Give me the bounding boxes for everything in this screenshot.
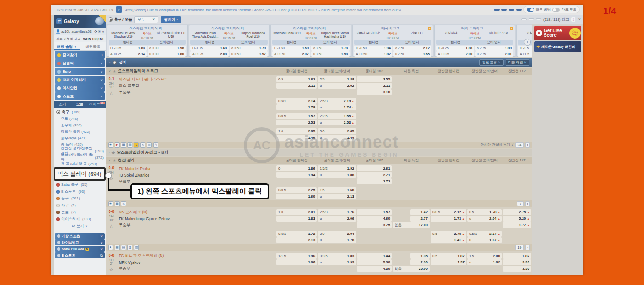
sidebar-menu-item[interactable]: 아시안컵 ∨ [55,84,105,92]
sidebar-market-link[interactable]: 하프타임/풀타임 홀/짝 (372) [54,154,106,160]
odds-cell[interactable]: 3.55 [357,76,392,82]
brand-header[interactable]: ⇄ Galaxy [54,15,106,28]
odds-cell[interactable]: 0/0.52.12▲ [431,209,466,215]
featured-match-card[interactable]: 터키 수퍼리그 ★ 카심파샤 라이브 07:30PM 하타이스포르 핸디캡 [434,25,515,57]
live-score-banner[interactable]: B Get LiveScore Click here! [534,26,581,40]
chevron-down-icon[interactable]: ∨ [102,30,104,34]
sidebar-bottom-item[interactable]: 라이브빙고 ∨ [55,239,105,245]
odds-cell[interactable]: 0.51.78▲ [467,209,502,215]
favorite-star-icon[interactable]: ★ [113,159,116,163]
home-team[interactable]: 웨스턴 시드니 원더러스 FC [117,76,276,82]
odds-cell[interactable]: 1.35 [410,253,430,259]
odds-cell[interactable]: u1.67▲ [467,237,502,243]
odds-cell[interactable]: u2.53▲ [318,120,356,125]
topbar-button[interactable] [501,9,507,11]
sidebar-menu-item[interactable]: Euro ∨ [55,68,105,75]
odds-cell[interactable]: 1.51.68 [318,187,356,193]
odds-cell[interactable]: 1.41▲ [431,237,466,243]
odds-cell[interactable]: H -0.501.94 [354,46,392,51]
odds-cell[interactable]: 3/3.51.83 [318,253,356,259]
lineup-icon[interactable]: ▤ [127,142,132,148]
odds-cell[interactable]: u1.88 [318,172,356,178]
featured-match-card[interactable]: 이스라엘 프리미어 리... ★ Maccabi Tel Aviv Shacha… [107,25,188,57]
collapse-icon[interactable]: ∨ [109,61,111,64]
featured-match-card[interactable]: 이스라엘 프리미어 리... ★ Maccabi Haifa U19 라이브 0… [270,25,351,57]
history-clock-icon[interactable]: ◷ [153,142,158,148]
odds-cell[interactable]: 3.10 [357,89,392,95]
odds-cell[interactable]: A +1.5 [518,51,532,57]
sidebar-menu-item[interactable]: 즐겨찾기 › [55,51,105,59]
odds-cell[interactable]: u2.04▲ [467,216,502,222]
away-team[interactable]: FK Makedonija Gjorce Petrov [117,216,276,222]
odds-cell[interactable]: 1.02.85 [276,128,317,134]
odds-cell[interactable]: u 2.501.65 [393,51,431,57]
odds-cell[interactable]: 4.30 [357,266,392,272]
home-team[interactable]: NK 오시예크 (N) [117,209,276,215]
odds-cell[interactable]: 2.75▲ [503,209,531,215]
sidebar-menu-item[interactable]: 코파 아메리카 ∨ [55,76,105,84]
sidebar-market-link[interactable]: 첫 골 /마지막 골 (260) [54,160,106,167]
odds-cell[interactable]: 1.83 [276,216,317,222]
favorite-star-icon[interactable]: ☆ [106,268,117,272]
next-markets-button[interactable]: › [525,142,530,148]
odds-cell[interactable]: H -0.251.83 [436,46,474,51]
away-team[interactable]: 퍼스 글로리 [117,83,276,89]
odds-cell[interactable]: 3.75 [357,222,392,228]
subtab-today[interactable]: 오늘 [71,102,89,107]
odds-cell[interactable]: 5.30 [357,259,392,265]
parlay-button[interactable]: 팔레이 › [161,16,181,23]
odds-cell[interactable]: 2.90 [410,259,430,265]
dark-mode-toggle[interactable] [552,8,560,12]
favorite-star-icon[interactable]: ★ [108,245,113,250]
sidebar-market-link[interactable]: 승무패 (496) [54,122,106,128]
stats-grid-icon[interactable]: ▦ [115,245,120,250]
odds-cell[interactable]: 2.51.88 [318,76,356,82]
odds-cell[interactable]: 1.52.00 [467,253,502,259]
sort-mode-button[interactable]: 일반 분류 ∨ [479,59,503,66]
quick-bet-toggle[interactable] [527,8,534,12]
odds-cell[interactable]: u 2.752.01 [475,51,513,57]
favorite-star-icon[interactable]: ☆ [106,224,117,228]
view-mode-link[interactable]: 아시아 간략히 보기 ∨ [481,142,514,147]
odds-cell[interactable]: A +0.252.09 [436,51,474,57]
odds-cell[interactable]: o 3.501.79 [230,46,268,51]
sidebar-market-link[interactable]: 모두 (714) [54,115,106,122]
draw-label[interactable]: 무승부 [117,266,276,272]
topbar-button[interactable] [516,9,522,11]
odds-cell[interactable]: 1.5/21.92 [318,165,356,171]
odds-cell[interactable]: 1.02.01 [276,209,317,215]
odds-cell[interactable]: 없음17.00 [393,222,430,228]
market-count-dropdown[interactable]: 7 [517,201,523,206]
odds-cell[interactable]: 0.51.87 [431,253,466,259]
collapsed-league-row[interactable]: › ★ 오스트레일리아 A-리그 - 코너 [106,149,532,156]
odds-cell[interactable]: 1.42 [410,209,430,215]
sidebar-item-soccer[interactable]: 축구 (789) [54,108,106,115]
sidebar-bottom-item[interactable]: Saba PinGoal N ∨ [55,246,105,252]
odds-cell[interactable]: A +1.752.08 [190,51,229,57]
favorite-star-icon[interactable]: ☆ [106,91,117,96]
odds-cell[interactable]: 0.5/12.17▲ [467,231,502,237]
odds-cell[interactable]: 1.79 [276,104,317,110]
dollar-icon[interactable]: $ [127,245,132,250]
odds-cell[interactable]: 1.77▲ [503,222,531,228]
sidebar-bottom-item[interactable]: E 스포츠 ⧉ [55,252,105,258]
odds-cell[interactable]: o 2.751.89 [475,46,513,51]
odds-cell[interactable]: 0.51.82 [276,76,317,82]
odds-cell[interactable]: u1.99 [318,259,356,265]
away-team[interactable]: TJ Sokol Zivanice [117,172,276,178]
odds-cell[interactable]: 3.02.04 [318,231,356,237]
odds-cell[interactable]: u 3.501.97 [230,51,268,57]
subtab-live[interactable]: 라이브558 [88,102,106,107]
odds-cell[interactable]: 1.44 [357,253,392,259]
odds-cell[interactable]: 1.88 [276,259,317,265]
odds-cell[interactable]: u2.13 [318,194,356,200]
odds-cell[interactable]: H -0.251.63 [109,46,147,51]
odds-cell[interactable]: 0.5/11.72 [276,231,317,237]
favorite-star-icon[interactable]: ★ [113,69,116,74]
odds-cell[interactable]: 1.60 [276,194,317,200]
expand-icon[interactable]: › [109,151,109,154]
odds-cell[interactable]: 3.02.85 [318,128,356,134]
sidebar-sport-item[interactable]: 농구 (541) [54,195,106,202]
odds-cell[interactable]: u1.74▲ [318,104,356,110]
odds-cell[interactable]: 1.87 [503,253,531,259]
